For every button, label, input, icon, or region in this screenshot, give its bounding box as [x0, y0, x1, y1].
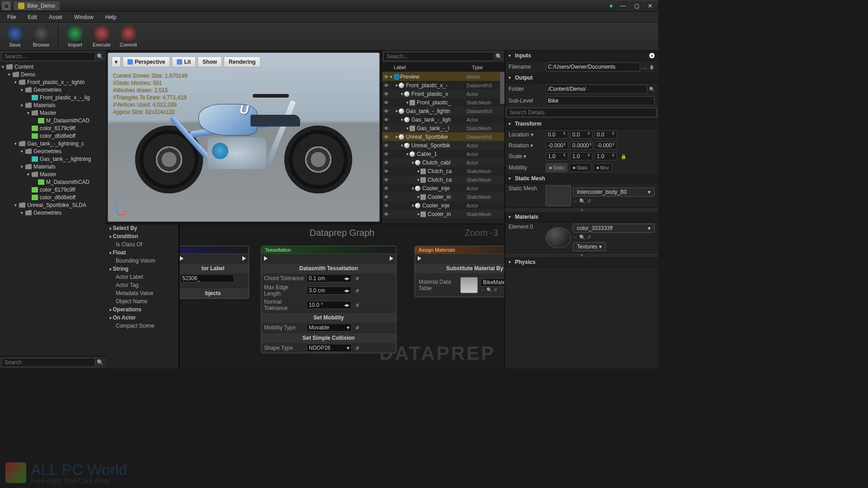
material-thumb[interactable] [546, 227, 571, 248]
sublevel-input[interactable] [546, 96, 655, 105]
tree-node[interactable]: ▾Geometries [0, 209, 106, 216]
viewport-3d[interactable]: ▾ Perspective Lit Show Rendering Current… [108, 52, 380, 222]
content-browser-tree[interactable]: ▾Content▾Demo▾Front_plastic_x_-_lightn▾G… [0, 63, 106, 356]
outliner-row[interactable]: 👁▾⬚Front_plastic_StaticMesh [382, 98, 505, 107]
outliner-row[interactable]: 👁▾Cooler_injeActor [382, 201, 505, 210]
viewport-rendering-button[interactable]: Rendering [224, 56, 260, 67]
folder-input[interactable] [546, 84, 647, 94]
palette-item[interactable]: Float [106, 249, 179, 257]
number-input[interactable]: 0.0000⇕ [570, 141, 593, 150]
palette-search-input[interactable] [1, 358, 95, 367]
tree-node[interactable]: color_6179c9ff [0, 124, 106, 132]
graph-node-tessellation[interactable]: Tessellation Datasmith Tessellation Chor… [261, 246, 396, 353]
outliner-row[interactable]: 👁▾⬚Gas_tank_-_lStaticMesh [382, 124, 505, 132]
palette-item[interactable]: Object Name [106, 297, 179, 305]
viewport-lit-button[interactable]: Lit [172, 56, 196, 67]
search-icon[interactable]: 🔍 [95, 358, 104, 367]
tree-node[interactable]: Front_plastic_x_-_lig [0, 94, 106, 101]
tree-node[interactable]: M_DatasmithCAD [0, 178, 106, 186]
outliner-row[interactable]: 👁▾Front_plastic_x_-DatasmithS [382, 81, 505, 89]
viewport-perspective-button[interactable]: Perspective [123, 56, 170, 67]
delete-icon[interactable]: 🗑 [649, 64, 655, 70]
tree-node[interactable]: color_d6d6ebff [0, 132, 106, 140]
palette-item[interactable]: On Actor [106, 314, 179, 322]
outliner-row[interactable]: 👁▾⬚Cooler_inStaticMesh [382, 210, 505, 218]
scrollbar-thumb[interactable] [500, 72, 505, 104]
menu-window[interactable]: Window [69, 13, 99, 22]
palette-item[interactable]: Bounding Volum [106, 257, 179, 265]
number-input[interactable]: 0.0⇕ [570, 131, 593, 139]
palette-item[interactable]: Is Class Of [106, 240, 179, 249]
document-tab[interactable]: Bike_Demo [14, 1, 60, 10]
menu-help[interactable]: Help [100, 13, 122, 22]
outliner-row[interactable]: 👁▾Unreal_SportbikActor [382, 141, 505, 150]
search-icon[interactable]: 🔍 [649, 86, 655, 92]
tree-node[interactable]: M_DatasmithCAD [0, 117, 106, 124]
tree-node[interactable]: ▾Demo [0, 70, 106, 78]
mobility-option[interactable]: ●Mov [593, 163, 612, 172]
outliner-row[interactable]: 👁▾🌐PreviewWorld [382, 72, 505, 81]
outliner-rows[interactable]: 👁▾🌐PreviewWorld👁▾Front_plastic_x_-Datasm… [382, 72, 505, 224]
tree-node[interactable]: ▾Content [0, 63, 106, 70]
palette-item[interactable]: String [106, 265, 179, 273]
tree-node[interactable]: ▾Gas_tank_-_lightning_c [0, 140, 106, 147]
outliner-row[interactable]: 👁▾Cable_1Actor [382, 150, 505, 158]
mobility-option[interactable]: ●Static [569, 163, 591, 172]
number-input[interactable]: 0.0⇕ [546, 131, 568, 139]
dataprep-graph[interactable]: Dataprep Graph Zoom -3 DATAPREP tor Labe… [179, 224, 505, 369]
viewport-show-button[interactable]: Show [198, 56, 222, 67]
viewport-options-dropdown[interactable]: ▾ [112, 56, 121, 67]
material-asset-dropdown[interactable]: color_333333ff▾ [573, 224, 655, 233]
outliner-row[interactable]: 👁▾Cooler_injeActor [382, 184, 505, 192]
output-section-header[interactable]: Output [505, 73, 658, 83]
save-button[interactable]: Save [3, 25, 27, 48]
tree-node[interactable]: ▾Geometries [0, 86, 106, 94]
number-input[interactable]: 1.0⇕ [594, 152, 617, 160]
execute-button[interactable]: Execute [89, 25, 114, 48]
number-input[interactable]: 1.0⇕ [570, 152, 593, 160]
mobility-option[interactable]: ●Static [546, 163, 567, 172]
tree-node[interactable]: Gas_tank_-_lightning [0, 155, 106, 163]
expand-thin[interactable]: ▾ [505, 207, 658, 212]
menu-asset[interactable]: Asset [43, 13, 68, 22]
palette-item[interactable]: Actor Label [106, 273, 179, 281]
outliner-row[interactable]: 👁▾Unreal_SportbikeDatasmithS [382, 132, 505, 141]
number-input[interactable]: 1.0⇕ [546, 152, 568, 160]
outliner-row[interactable]: 👁▾Gas_tank_-_lightnDatasmithS [382, 107, 505, 115]
menu-edit[interactable]: Edit [22, 13, 42, 22]
palette-item[interactable]: Operations [106, 305, 179, 314]
filename-input[interactable] [546, 62, 640, 71]
palette-item[interactable]: Select By [106, 224, 179, 232]
transform-section-header[interactable]: Transform [505, 119, 658, 129]
tree-node[interactable]: ▾Master [0, 109, 106, 117]
outliner-row[interactable]: 👁▾⬚Clutch_caStaticMesh [382, 167, 505, 175]
browse-button[interactable]: Browse [29, 25, 53, 48]
import-button[interactable]: Import [63, 25, 87, 48]
outliner-search-input[interactable] [383, 52, 494, 61]
menu-file[interactable]: File [2, 13, 21, 22]
details-search-input[interactable] [506, 108, 657, 117]
graph-node-actor-label[interactable]: tor Label 52306_ bjects [179, 246, 249, 299]
outliner-row[interactable]: 👁▾Gas_tank_-_lighActor [382, 115, 505, 124]
close-button[interactable]: ✕ [644, 1, 656, 10]
palette-item[interactable]: Compact Scene [106, 322, 179, 330]
palette-item[interactable]: Actor Tag [106, 281, 179, 289]
graph-node-assign-materials[interactable]: Assign Materials Substitute Material By … [415, 246, 505, 297]
tree-node[interactable]: color_6179c9ff [0, 186, 106, 193]
outliner-row[interactable]: 👁▾⬚Clutch_caStaticMesh [382, 175, 505, 184]
palette-item[interactable]: Metadata Value [106, 289, 179, 297]
staticmesh-section-header[interactable]: Static Mesh [505, 174, 658, 184]
materials-section-header[interactable]: Materials [505, 212, 658, 222]
physics-section-header[interactable]: Physics [505, 257, 658, 267]
tree-node[interactable]: ▾Geometries [0, 147, 106, 155]
tree-node[interactable]: ▾Materials [0, 163, 106, 170]
expand-thin[interactable]: ▾ [505, 253, 658, 257]
number-input[interactable]: -0.000⇕ [546, 141, 568, 150]
outliner-header[interactable]: Label Type [382, 63, 505, 72]
content-search-input[interactable] [1, 52, 95, 61]
minimize-button[interactable]: — [617, 1, 629, 10]
palette-item[interactable]: Condition [106, 232, 179, 240]
search-icon[interactable]: 🔍 [494, 52, 503, 61]
tree-node[interactable]: ▾Unreal_Sportbike_SLDA [0, 201, 106, 209]
search-icon[interactable]: 🔍 [95, 52, 104, 61]
